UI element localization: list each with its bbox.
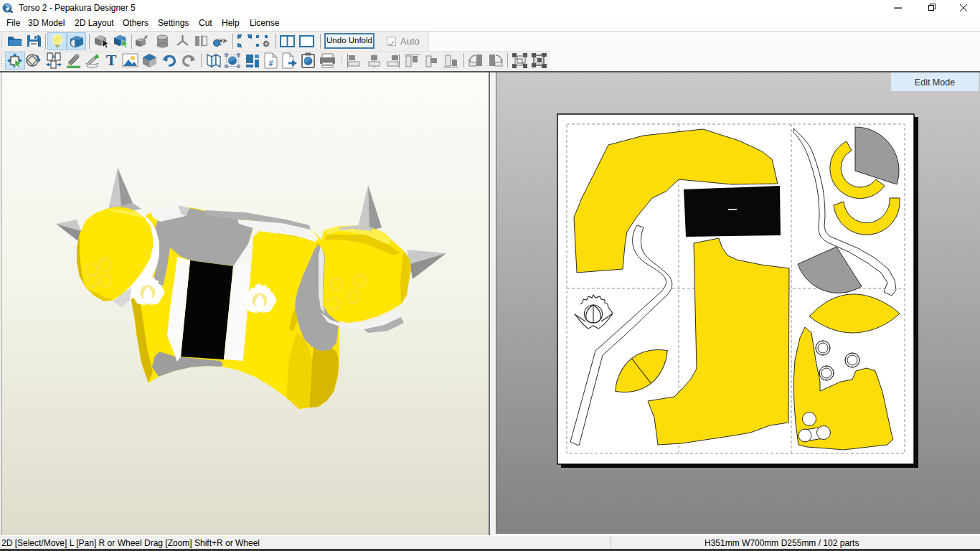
svg-text:T: T <box>106 53 117 67</box>
svg-text:#: # <box>268 59 273 67</box>
